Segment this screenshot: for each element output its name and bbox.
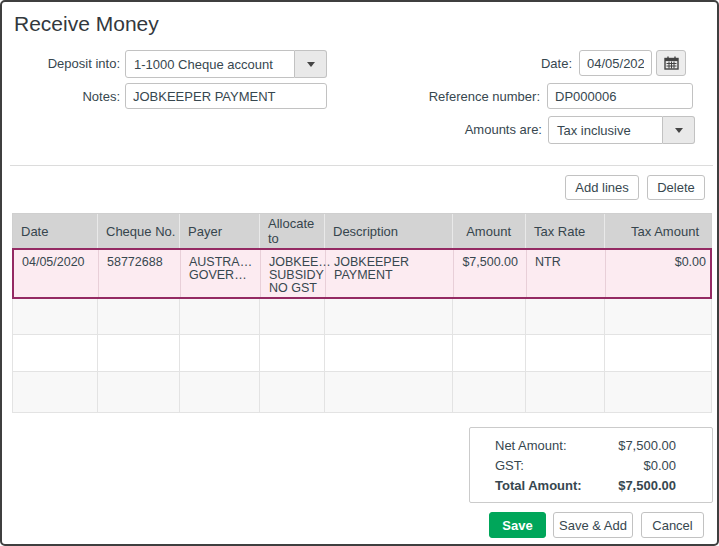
reference-number-input[interactable] xyxy=(547,83,693,109)
date-picker-button[interactable] xyxy=(656,50,686,76)
header-allocate-to: Allocate to xyxy=(260,214,325,248)
empty-cell[interactable] xyxy=(260,372,325,412)
empty-cell[interactable] xyxy=(98,372,180,412)
cell-date[interactable]: 04/05/2020 xyxy=(14,250,99,297)
header-tax-rate: Tax Rate xyxy=(526,214,605,248)
header-date: Date xyxy=(13,214,98,248)
add-lines-button[interactable]: Add lines xyxy=(565,175,639,200)
deposit-into-value[interactable]: 1-1000 Cheque account xyxy=(125,50,295,78)
section-divider xyxy=(10,165,713,166)
empty-cell[interactable] xyxy=(526,372,605,412)
empty-cell[interactable] xyxy=(325,299,453,334)
cell-payer[interactable]: AUSTRA… GOVER… xyxy=(181,250,261,297)
table-header-row: Date Cheque No. Payer Allocate to Descri… xyxy=(12,213,712,248)
totals-summary: Net Amount: $7,500.00 GST: $0.00 Total A… xyxy=(469,427,713,503)
receive-money-window: Receive Money Deposit into: 1-1000 Chequ… xyxy=(0,0,719,546)
amounts-are-label: Amounts are: xyxy=(422,122,542,137)
cell-tax-rate[interactable]: NTR xyxy=(527,250,606,297)
cell-amount[interactable]: $7,500.00 xyxy=(454,250,527,297)
cell-description[interactable]: JOBKEEPER PAYMENT xyxy=(326,250,454,297)
empty-cell[interactable] xyxy=(260,299,325,334)
empty-cell[interactable] xyxy=(453,335,526,371)
calendar-icon xyxy=(664,56,679,70)
table-row-selected[interactable]: 04/05/2020 58772688 AUSTRA… GOVER… JOBKE… xyxy=(12,248,712,299)
cell-payer-line: GOVER… xyxy=(189,269,254,282)
table-row-empty[interactable] xyxy=(12,299,712,335)
reference-number-label: Reference number: xyxy=(422,89,540,104)
cell-allocate-line: NO GST xyxy=(269,282,319,295)
gst-label: GST: xyxy=(495,458,524,473)
table-row-empty[interactable] xyxy=(12,335,712,372)
gst-value: $0.00 xyxy=(643,458,676,473)
empty-cell[interactable] xyxy=(98,299,180,334)
chevron-down-icon xyxy=(307,62,315,67)
notes-input[interactable] xyxy=(125,83,327,109)
empty-cell[interactable] xyxy=(180,299,260,334)
cell-description-line: PAYMENT xyxy=(334,269,447,282)
empty-cell[interactable] xyxy=(98,335,180,371)
table-row-empty[interactable] xyxy=(12,372,712,413)
chevron-down-icon xyxy=(675,128,683,133)
empty-cell[interactable] xyxy=(13,335,98,371)
empty-cell[interactable] xyxy=(260,335,325,371)
header-description: Description xyxy=(325,214,453,248)
header-amount: Amount xyxy=(453,214,526,248)
save-button[interactable]: Save xyxy=(489,512,546,538)
empty-cell[interactable] xyxy=(13,299,98,334)
save-and-add-button[interactable]: Save & Add xyxy=(553,512,633,538)
deposit-into-label: Deposit into: xyxy=(2,56,120,71)
page-title: Receive Money xyxy=(14,12,159,36)
total-amount-label: Total Amount: xyxy=(495,478,582,493)
cancel-button[interactable]: Cancel xyxy=(641,512,704,538)
empty-cell[interactable] xyxy=(13,372,98,412)
net-amount-label: Net Amount: xyxy=(495,438,567,453)
empty-cell[interactable] xyxy=(453,372,526,412)
empty-cell[interactable] xyxy=(605,299,713,334)
empty-cell[interactable] xyxy=(325,335,453,371)
date-input[interactable] xyxy=(579,50,652,76)
date-label: Date: xyxy=(472,56,572,71)
cell-allocate-to[interactable]: JOBKEE… SUBSIDY NO GST xyxy=(261,250,326,297)
deposit-into-dropdown-button[interactable] xyxy=(295,50,327,78)
empty-cell[interactable] xyxy=(453,299,526,334)
total-amount-value: $7,500.00 xyxy=(618,478,676,493)
amounts-are-combobox[interactable]: Tax inclusive xyxy=(548,116,695,144)
empty-cell[interactable] xyxy=(180,335,260,371)
cell-tax-amount[interactable]: $0.00 xyxy=(606,250,714,297)
empty-cell[interactable] xyxy=(605,372,713,412)
transaction-table: Date Cheque No. Payer Allocate to Descri… xyxy=(12,213,712,413)
header-cheque-no: Cheque No. xyxy=(98,214,180,248)
empty-cell[interactable] xyxy=(325,372,453,412)
notes-label: Notes: xyxy=(2,89,120,104)
header-tax-amount: Tax Amount xyxy=(605,214,713,248)
amounts-are-dropdown-button[interactable] xyxy=(663,116,695,144)
empty-cell[interactable] xyxy=(526,335,605,371)
cell-cheque-no[interactable]: 58772688 xyxy=(99,250,181,297)
empty-cell[interactable] xyxy=(605,335,713,371)
amounts-are-value[interactable]: Tax inclusive xyxy=(548,116,663,144)
gst-row: GST: $0.00 xyxy=(495,458,676,473)
total-amount-row: Total Amount: $7,500.00 xyxy=(495,478,676,493)
header-payer: Payer xyxy=(180,214,260,248)
net-amount-value: $7,500.00 xyxy=(618,438,676,453)
net-amount-row: Net Amount: $7,500.00 xyxy=(495,438,676,453)
empty-cell[interactable] xyxy=(526,299,605,334)
empty-cell[interactable] xyxy=(180,372,260,412)
delete-button[interactable]: Delete xyxy=(647,175,705,200)
deposit-into-combobox[interactable]: 1-1000 Cheque account xyxy=(125,50,327,78)
